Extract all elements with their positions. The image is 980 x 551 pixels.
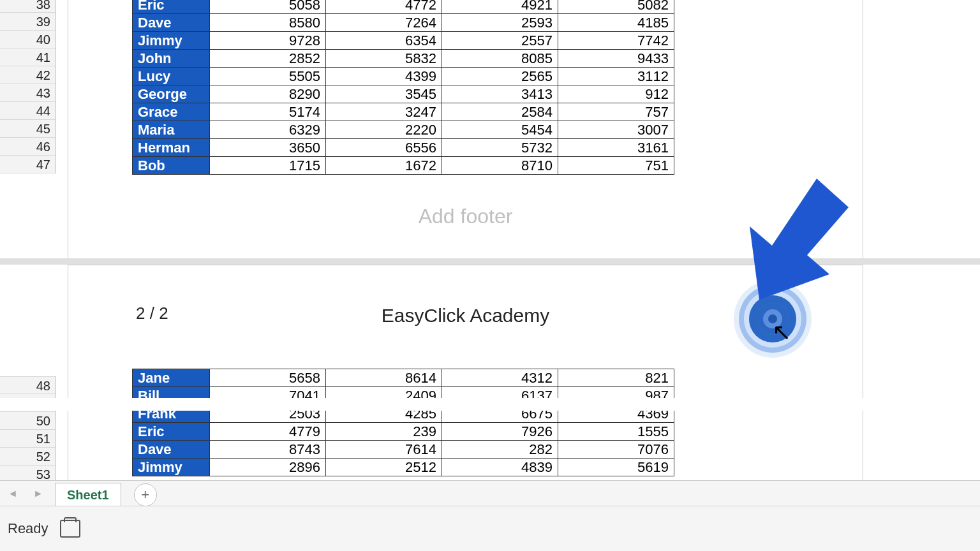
- value-cell[interactable]: 751: [558, 157, 674, 175]
- value-cell[interactable]: 5505: [210, 68, 326, 85]
- value-cell[interactable]: 7614: [326, 441, 442, 459]
- value-cell[interactable]: 9433: [558, 50, 674, 68]
- name-cell[interactable]: Lucy: [133, 68, 210, 85]
- table-row[interactable]: George829035453413912: [133, 85, 674, 103]
- value-cell[interactable]: 2512: [326, 459, 442, 476]
- macro-record-icon[interactable]: [60, 520, 80, 538]
- value-cell[interactable]: 1555: [558, 423, 674, 441]
- table-row[interactable]: Maria6329222054543007: [133, 121, 674, 139]
- row-header[interactable]: 44: [0, 102, 56, 120]
- name-cell[interactable]: Dave: [133, 14, 210, 32]
- data-table-2[interactable]: Jane565886144312821Bill704124096137987Fr…: [132, 369, 674, 476]
- row-header[interactable]: 48: [0, 376, 56, 394]
- row-header[interactable]: 43: [0, 84, 56, 102]
- value-cell[interactable]: 8085: [442, 50, 558, 68]
- value-cell[interactable]: 3247: [326, 103, 442, 121]
- name-cell[interactable]: Jimmy: [133, 32, 210, 50]
- value-cell[interactable]: 5058: [210, 0, 326, 14]
- row-header[interactable]: 40: [0, 31, 56, 48]
- table-row[interactable]: Jimmy2896251248395619: [133, 459, 674, 476]
- value-cell[interactable]: 2220: [326, 121, 442, 139]
- name-cell[interactable]: Eric: [133, 0, 210, 14]
- value-cell[interactable]: 4399: [326, 68, 442, 85]
- row-header[interactable]: 42: [0, 66, 56, 84]
- table-row[interactable]: Grace517432472584757: [133, 103, 674, 121]
- value-cell[interactable]: 282: [442, 441, 558, 459]
- row-header[interactable]: 46: [0, 138, 56, 156]
- name-cell[interactable]: Jimmy: [133, 459, 210, 476]
- value-cell[interactable]: 3112: [558, 68, 674, 85]
- value-cell[interactable]: 757: [558, 103, 674, 121]
- name-cell[interactable]: Dave: [133, 441, 210, 459]
- table-row[interactable]: Lucy5505439925653112: [133, 68, 674, 85]
- value-cell[interactable]: 4185: [558, 14, 674, 32]
- table-row[interactable]: Bob171516728710751: [133, 157, 674, 175]
- value-cell[interactable]: 6354: [326, 32, 442, 50]
- row-header[interactable]: 45: [0, 120, 56, 138]
- value-cell[interactable]: 7264: [326, 14, 442, 32]
- table-row[interactable]: John2852583280859433: [133, 50, 674, 68]
- value-cell[interactable]: 2584: [442, 103, 558, 121]
- value-cell[interactable]: 8290: [210, 85, 326, 103]
- value-cell[interactable]: 7076: [558, 441, 674, 459]
- value-cell[interactable]: 5174: [210, 103, 326, 121]
- value-cell[interactable]: 3161: [558, 139, 674, 157]
- value-cell[interactable]: 4772: [326, 0, 442, 14]
- value-cell[interactable]: 7926: [442, 423, 558, 441]
- table-row[interactable]: Eric477923979261555: [133, 423, 674, 441]
- value-cell[interactable]: 5619: [558, 459, 674, 476]
- row-header[interactable]: 38: [0, 0, 56, 13]
- value-cell[interactable]: 8710: [442, 157, 558, 175]
- value-cell[interactable]: 1715: [210, 157, 326, 175]
- sheet-tab-active[interactable]: Sheet1: [55, 483, 121, 506]
- row-header[interactable]: 52: [0, 448, 56, 466]
- value-cell[interactable]: 912: [558, 85, 674, 103]
- name-cell[interactable]: George: [133, 85, 210, 103]
- name-cell[interactable]: Maria: [133, 121, 210, 139]
- value-cell[interactable]: 1672: [326, 157, 442, 175]
- value-cell[interactable]: 4921: [442, 0, 558, 14]
- value-cell[interactable]: 6556: [326, 139, 442, 157]
- table-row[interactable]: Herman3650655657323161: [133, 139, 674, 157]
- value-cell[interactable]: 5832: [326, 50, 442, 68]
- value-cell[interactable]: 8614: [326, 369, 442, 387]
- value-cell[interactable]: 4779: [210, 423, 326, 441]
- row-header[interactable]: 39: [0, 13, 56, 31]
- row-header[interactable]: 51: [0, 430, 56, 448]
- value-cell[interactable]: 3650: [210, 139, 326, 157]
- name-cell[interactable]: John: [133, 50, 210, 68]
- table-row[interactable]: Dave8580726425934185: [133, 14, 674, 32]
- name-cell[interactable]: Bob: [133, 157, 210, 175]
- value-cell[interactable]: 2593: [442, 14, 558, 32]
- value-cell[interactable]: 3413: [442, 85, 558, 103]
- value-cell[interactable]: 5082: [558, 0, 674, 14]
- name-cell[interactable]: Herman: [133, 139, 210, 157]
- value-cell[interactable]: 3007: [558, 121, 674, 139]
- value-cell[interactable]: 4312: [442, 369, 558, 387]
- value-cell[interactable]: 5658: [210, 369, 326, 387]
- table-row[interactable]: Jimmy9728635425577742: [133, 32, 674, 50]
- value-cell[interactable]: 7742: [558, 32, 674, 50]
- sheet-nav-prev[interactable]: ◄: [0, 481, 26, 506]
- value-cell[interactable]: 2565: [442, 68, 558, 85]
- value-cell[interactable]: 9728: [210, 32, 326, 50]
- data-table-1[interactable]: Eric5058477249215082Dave8580726425934185…: [132, 0, 674, 175]
- row-header[interactable]: 50: [0, 412, 56, 430]
- value-cell[interactable]: 2896: [210, 459, 326, 476]
- value-cell[interactable]: 2852: [210, 50, 326, 68]
- name-cell[interactable]: Grace: [133, 103, 210, 121]
- add-sheet-button[interactable]: +: [134, 483, 157, 506]
- value-cell[interactable]: 4839: [442, 459, 558, 476]
- row-header[interactable]: 47: [0, 156, 56, 173]
- row-header[interactable]: 53: [0, 466, 56, 481]
- value-cell[interactable]: 5454: [442, 121, 558, 139]
- row-header[interactable]: 41: [0, 48, 56, 66]
- value-cell[interactable]: 8743: [210, 441, 326, 459]
- table-row[interactable]: Eric5058477249215082: [133, 0, 674, 14]
- value-cell[interactable]: 239: [326, 423, 442, 441]
- value-cell[interactable]: 2557: [442, 32, 558, 50]
- name-cell[interactable]: Jane: [133, 369, 210, 387]
- value-cell[interactable]: 5732: [442, 139, 558, 157]
- table-row[interactable]: Jane565886144312821: [133, 369, 674, 387]
- sheet-nav-next[interactable]: ►: [26, 481, 51, 506]
